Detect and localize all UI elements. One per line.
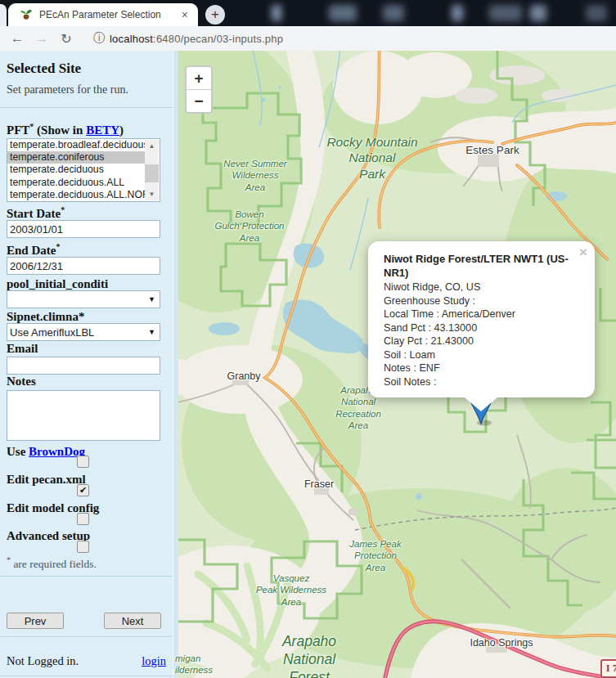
sipnet-clim-select[interactable]: Use AmerifluxLBL ▼ (7, 323, 160, 341)
start-date-input[interactable] (7, 220, 160, 238)
notes-label: Notes (7, 374, 166, 388)
popup-line: Soil : Loam (384, 348, 579, 362)
reload-icon[interactable]: ↻ (54, 31, 79, 47)
pft-option[interactable]: temperate.coniferous (7, 151, 149, 164)
end-date-label: End Date* (7, 240, 166, 258)
map-zoom-control: + − (185, 65, 213, 114)
pft-option[interactable]: temperate.deciduous.ALL (7, 177, 149, 189)
login-status: Not Logged in. (7, 654, 79, 667)
bety-link[interactable]: BETY (86, 123, 119, 137)
url-bar: ← → ↻ ⓘ localhost:6480/pecan/03-inputs.p… (0, 26, 616, 52)
browser-tab[interactable]: PEcAn Parameter Selection × (8, 3, 198, 26)
tab-title: PEcAn Parameter Selection (39, 9, 178, 20)
pft-option[interactable]: temperate.broadleaf.deciduous (7, 139, 149, 151)
zoom-out-button[interactable]: − (187, 90, 211, 112)
email-label: Email (7, 341, 166, 356)
divider (0, 107, 173, 108)
blurred-tab-content (586, 5, 607, 21)
page-subtitle: Set parameters for the run. (7, 83, 166, 97)
popup-line: Notes : ENF (384, 361, 579, 375)
window-edge (0, 4, 7, 26)
zoom-in-button[interactable]: + (187, 67, 211, 90)
login-status-row: Not Logged in. login (7, 654, 166, 668)
forward-icon[interactable]: → (29, 31, 54, 46)
end-date-input[interactable] (7, 257, 160, 275)
tab-strip: PEcAn Parameter Selection × + (0, 0, 616, 26)
pool-initial-select[interactable]: ▼ (7, 290, 160, 308)
next-button[interactable]: Next (104, 613, 161, 629)
pft-option[interactable]: temperate.deciduous.ALL.NORM (7, 189, 149, 201)
tab-close-icon[interactable]: × (178, 8, 191, 21)
notes-textarea[interactable] (7, 390, 160, 441)
popup-line: Soil Notes : (384, 375, 579, 389)
email-input[interactable] (7, 357, 160, 375)
browndog-checkbox[interactable] (77, 456, 89, 468)
popup-line: Clay Pct : 21.43000 (384, 335, 579, 348)
pft-option[interactable]: temperate.deciduous (7, 164, 149, 176)
chevron-down-icon: ▼ (148, 328, 155, 336)
divider (0, 676, 173, 676)
sipnet-clim-label: Sipnet.climna* (7, 309, 166, 324)
pft-listbox[interactable]: ▲ ▼ temperate.broadleaf.deciduoustempera… (7, 138, 160, 202)
url-host: localhost (110, 33, 153, 45)
browser-window: PEcAn Parameter Selection × + ← → ↻ ⓘ lo… (0, 0, 616, 678)
sidebar: Selected Site Set parameters for the run… (0, 51, 173, 678)
scroll-down-icon[interactable]: ▼ (145, 188, 159, 200)
page-info-icon[interactable]: ⓘ (93, 31, 105, 46)
blurred-tab-content (489, 5, 522, 21)
popup-line: Greenhouse Study : (384, 294, 579, 308)
divider (0, 576, 173, 577)
blurred-tab-content (452, 5, 463, 21)
back-icon[interactable]: ← (5, 31, 29, 46)
edit-pecan-checkbox[interactable]: ✔ (77, 484, 89, 496)
login-link[interactable]: login (142, 654, 166, 668)
page-title: Selected Site (7, 61, 166, 77)
blurred-tab-content (530, 5, 546, 21)
popup-title: Niwot Ridge Forest/LTER NWT1 (US-NR1) (384, 252, 579, 280)
pft-label: PFT* (Show in BETY) (7, 119, 166, 137)
blurred-tab-content (272, 5, 281, 21)
popup-line: Local Time : America/Denver (384, 308, 579, 321)
blurred-tab-content (383, 5, 404, 21)
prev-button[interactable]: Prev (7, 613, 64, 629)
pecan-favicon-icon (20, 8, 33, 21)
map-edge-band (173, 51, 178, 678)
blurred-tab-content (329, 5, 357, 21)
popup-line: Niwot Ridge, CO, US (384, 281, 579, 294)
scroll-up-icon[interactable]: ▲ (145, 140, 159, 152)
popup-close-icon[interactable]: × (579, 245, 587, 261)
pool-initial-label: pool_initial_conditi (7, 276, 166, 291)
required-fields-note: * are required fields. (7, 555, 166, 571)
edit-model-config-checkbox[interactable] (77, 513, 89, 525)
listbox-scrollbar[interactable]: ▲ ▼ (145, 140, 159, 200)
start-date-label: Start Date* (7, 203, 166, 221)
address-text[interactable]: localhost:6480/pecan/03-inputs.php (110, 33, 283, 45)
interstate-70-shield: I 70 (600, 659, 616, 678)
popup-tail (465, 397, 497, 411)
scrollbar-thumb[interactable] (145, 164, 159, 182)
map[interactable]: Rocky MountainNationalParkEstes ParkNeve… (173, 51, 616, 678)
advanced-setup-checkbox[interactable] (77, 541, 89, 553)
chevron-down-icon: ▼ (148, 295, 155, 303)
popup-line: Sand Pct : 43.13000 (384, 321, 579, 335)
new-tab-button[interactable]: + (205, 5, 225, 25)
divider (0, 636, 173, 637)
url-path: :6480/pecan/03-inputs.php (153, 33, 283, 45)
site-info-popup: × Niwot Ridge Forest/LTER NWT1 (US-NR1) … (368, 241, 595, 397)
